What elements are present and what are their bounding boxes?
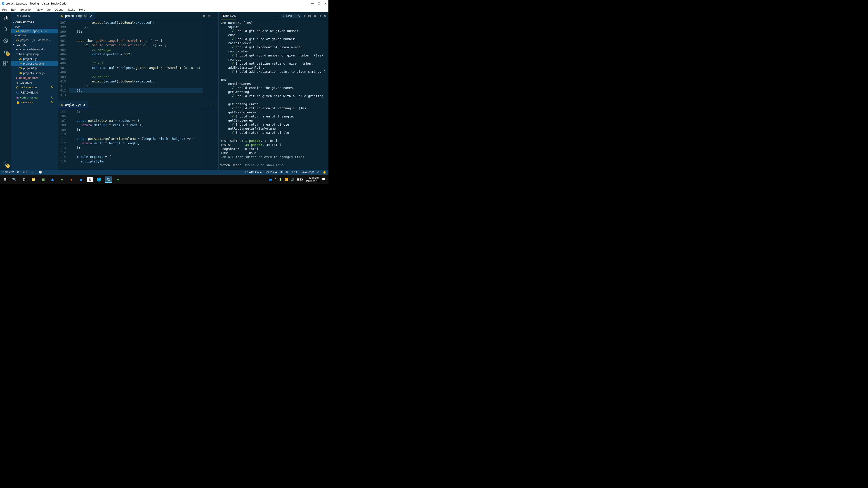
file-package-json[interactable]: {}package.jsonM <box>11 85 58 90</box>
people-icon[interactable]: 👥 <box>269 178 272 181</box>
svg-rect-8 <box>4 64 5 65</box>
menu-go[interactable]: Go <box>47 8 51 11</box>
open-editor-top[interactable]: JSproject-1.spec.js b... <box>11 29 58 33</box>
slack-icon[interactable]: S <box>87 177 93 182</box>
menu-selection[interactable]: Selection <box>20 8 32 11</box>
more-actions-icon[interactable]: ⋯ <box>213 14 216 18</box>
sync-icon[interactable]: ⟳ <box>17 170 20 174</box>
folder-advanced-javascript[interactable]: ▸ advanced-javascript <box>11 47 58 52</box>
git-branch[interactable]: ᛘ master* <box>2 170 14 174</box>
vscode-taskbar-icon[interactable]: ⧉ <box>105 176 112 183</box>
problems-warnings[interactable]: ⚠ 0 <box>31 170 35 174</box>
file-project-1-js[interactable]: JSproject-1.js <box>11 57 58 61</box>
terminal-more-icon[interactable]: ⋯ <box>275 14 278 18</box>
scm-icon[interactable] <box>2 37 9 44</box>
folder-node-modules[interactable]: ▸ node_modules <box>11 75 58 80</box>
split-terminal-icon[interactable]: ▤ <box>308 14 311 18</box>
window-title-bar: ⧉ project-1.spec.js - Testing - Visual S… <box>0 0 329 7</box>
settings-icon[interactable]: 1 <box>2 161 9 167</box>
eol[interactable]: CRLF <box>291 170 298 174</box>
file-readme[interactable]: ⓘREADME.md <box>11 90 58 95</box>
feedback-icon[interactable]: ☺ <box>317 170 320 174</box>
file-project-2-spec[interactable]: JSproject-2.spec.js <box>11 71 58 75</box>
maximize-panel-icon[interactable]: < <box>319 14 321 18</box>
svg-point-3 <box>4 50 5 51</box>
file-yarn-lock[interactable]: 🔒yarn.lockM <box>11 100 58 105</box>
tab-project-1-js[interactable]: JSproject-1.js✕ <box>58 101 88 109</box>
settings-badge: 1 <box>6 164 10 168</box>
close-tab-icon[interactable]: ✕ <box>83 103 85 107</box>
clock[interactable]: 5:45 AM19/06/2018 <box>306 176 319 183</box>
mongodb-icon[interactable]: ● <box>59 176 65 183</box>
menu-debug[interactable]: Debug <box>55 8 63 11</box>
file-explorer-icon[interactable]: 📁 <box>30 176 37 183</box>
extensions-icon[interactable] <box>2 60 9 66</box>
open-editor-bottom[interactable]: JSproject-1.js basic-ja... <box>11 37 58 42</box>
camera-icon[interactable]: ◉ <box>49 176 56 183</box>
new-terminal-icon[interactable]: + <box>304 14 306 18</box>
terminal-output[interactable]: ven number. (1ms) square √ Should get sq… <box>219 20 329 170</box>
battery-icon[interactable]: 🔋 <box>279 178 282 181</box>
spotify-icon[interactable]: ● <box>115 176 121 183</box>
split-editor-icon[interactable]: ▤ <box>208 14 211 18</box>
kill-terminal-icon[interactable]: 🗑 <box>313 14 316 18</box>
maximize-button[interactable]: ▢ <box>318 2 320 5</box>
project-header[interactable]: ▾ TESTING <box>11 42 58 47</box>
wifi-icon[interactable]: 📶 <box>285 178 288 181</box>
close-button[interactable]: ✕ <box>324 2 327 5</box>
file-gitignore[interactable]: ◆.gitignore <box>11 80 58 85</box>
minimap-top[interactable] <box>203 20 218 101</box>
status-clock-icon[interactable]: 🕘 <box>39 170 42 174</box>
editor-group-bottom[interactable]: BOTTOM <box>11 33 58 37</box>
explorer-sidebar: EXPLORER ▾ OPEN EDITORS TOP JSproject-1.… <box>11 12 58 170</box>
tab-bar-top: JSproject-1.spec.js✕ ⧉ ▤ ⋯ <box>58 12 218 20</box>
problems-errors[interactable]: ⓧ 0 <box>23 170 28 174</box>
svg-rect-0 <box>4 16 6 19</box>
menu-help[interactable]: Help <box>79 8 85 11</box>
action-center-icon[interactable]: 💬4 <box>322 177 327 181</box>
close-panel-icon[interactable]: ✕ <box>324 14 326 18</box>
menu-file[interactable]: File <box>2 8 7 11</box>
cursor-position[interactable]: Ln 412, Col 4 <box>246 170 261 174</box>
indentation[interactable]: Spaces: 4 <box>265 170 277 174</box>
editor-top[interactable]: 3973983994004014024034044054064074084094… <box>58 20 218 101</box>
file-project-1-spec[interactable]: JSproject-1.spec.js <box>11 61 58 66</box>
folder-basic-javascript[interactable]: ▾ basic-javascript <box>11 52 58 57</box>
more-actions-icon[interactable]: ⋯ <box>213 103 216 107</box>
minimize-button[interactable]: — <box>311 2 314 5</box>
tray-chevron-icon[interactable]: ˄ <box>275 178 276 181</box>
open-changes-icon[interactable]: ⧉ <box>203 14 205 18</box>
svg-rect-7 <box>6 61 8 63</box>
terminal-selector[interactable]: 2: bash <box>281 14 301 18</box>
start-button[interactable]: ⊞ <box>2 176 8 183</box>
terminal-tab[interactable]: TERMINAL <box>221 12 237 20</box>
file-yarn-error[interactable]: ≣yarn-error.logU <box>11 95 58 100</box>
postman-icon[interactable]: ● <box>68 176 74 183</box>
menu-edit[interactable]: Edit <box>11 8 16 11</box>
evernote-icon[interactable]: ▣ <box>40 176 46 183</box>
tab-project-1-spec[interactable]: JSproject-1.spec.js✕ <box>58 12 95 20</box>
task-view-icon[interactable]: ⧉ <box>21 176 27 183</box>
close-tab-icon[interactable]: ✕ <box>90 14 93 18</box>
notifications-icon[interactable]: 🔔 <box>323 170 326 174</box>
language-mode[interactable]: JavaScript <box>301 170 314 174</box>
chrome-icon[interactable]: 🌐 <box>96 176 102 183</box>
tab-bar-bottom: JSproject-1.js✕ ⋯ <box>58 101 218 109</box>
vscode-insiders-icon[interactable]: ◆ <box>78 176 84 183</box>
menu-view[interactable]: View <box>36 8 43 11</box>
search-icon[interactable] <box>2 26 9 33</box>
volume-icon[interactable]: 🔊 <box>291 178 294 181</box>
input-language[interactable]: ENG <box>297 178 303 181</box>
minimap-bottom[interactable] <box>203 109 218 170</box>
encoding[interactable]: UTF-8 <box>280 170 287 174</box>
menu-tasks[interactable]: Tasks <box>67 8 75 11</box>
debug-icon[interactable]: 3 <box>2 49 9 55</box>
open-editors-header[interactable]: ▾ OPEN EDITORS <box>11 20 58 25</box>
file-project-2-js[interactable]: JSproject-2.js <box>11 66 58 71</box>
editor-bottom[interactable]: 105106107108109110111112113114115116 }; … <box>58 109 218 170</box>
explorer-icon[interactable] <box>2 15 9 21</box>
activity-bar: 3 1 <box>0 12 11 170</box>
editor-group-top[interactable]: TOP <box>11 25 58 29</box>
svg-point-9 <box>5 163 6 164</box>
taskbar-search-icon[interactable]: 🔍 <box>11 176 18 183</box>
